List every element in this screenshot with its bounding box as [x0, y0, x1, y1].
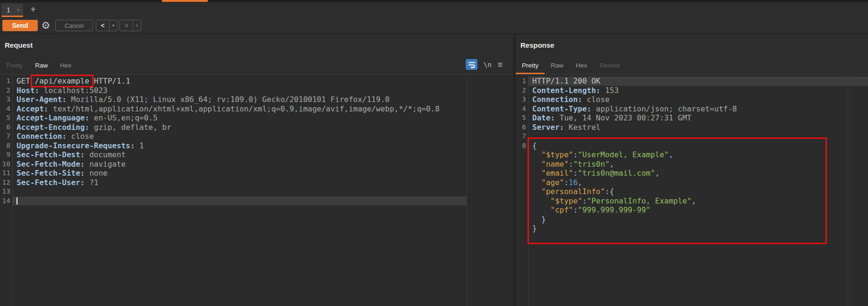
code-segment: application/json; charset=utf-8 [591, 104, 737, 113]
code-line[interactable]: "$type":"UserModel, Example", [516, 150, 868, 160]
code-line[interactable]: 1HTTP/1.1 200 OK [516, 76, 868, 86]
code-text: Connection: close [12, 132, 467, 141]
code-text: Accept: text/html,application/xhtml+xml,… [12, 104, 467, 114]
code-line[interactable]: 9Sec-Fetch-Dest: document [0, 150, 467, 160]
code-segment: "personalInfo" [541, 187, 605, 196]
code-line[interactable]: 11Sec-Fetch-Site: none [0, 169, 467, 178]
new-tab-button[interactable]: + [27, 3, 39, 16]
code-line[interactable]: "cpf":"999.999.999-99" [516, 205, 868, 215]
code-segment [532, 160, 541, 169]
code-line[interactable]: "personalInfo":{ [516, 187, 868, 196]
code-line[interactable]: 1GET /api/example HTTP/1.1 [0, 76, 467, 86]
back-dropdown-caret-icon[interactable]: ▼ [109, 20, 117, 31]
code-line[interactable]: 10Sec-Fetch-Mode: navigate [0, 160, 467, 169]
line-number: 4 [516, 104, 528, 114]
soft-wrap-toggle-icon[interactable] [466, 59, 477, 70]
code-segment: "email" [541, 169, 573, 178]
code-text: Sec-Fetch-Site: none [12, 169, 467, 178]
code-line[interactable]: 6Server: Kestrel [516, 123, 868, 132]
code-line[interactable]: 14 [0, 196, 467, 206]
response-editor[interactable]: 1HTTP/1.1 200 OK2Content-Length: 1533Con… [516, 74, 868, 306]
code-segment: en-US,en;q=0.5 [89, 113, 158, 122]
text-caret [17, 197, 17, 204]
close-tab-icon[interactable]: × [17, 7, 20, 13]
gear-icon[interactable]: ⚙ [40, 19, 52, 32]
code-line[interactable]: 4Content-Type: application/json; charset… [516, 104, 868, 114]
code-text: Accept-Language: en-US,en;q=0.5 [12, 113, 467, 123]
line-number: 5 [0, 113, 12, 123]
cancel-button[interactable]: Cancel [55, 20, 93, 31]
line-number: 2 [0, 86, 12, 95]
line-number: 14 [0, 196, 12, 206]
code-line[interactable]: 7Connection: close [0, 132, 467, 141]
code-line[interactable]: } [516, 224, 868, 233]
code-line[interactable]: 6Accept-Encoding: gzip, deflate, br [0, 123, 467, 132]
code-line[interactable]: "email":"tris0n@mail.com", [516, 169, 868, 178]
history-forward-split-button[interactable]: > ▼ [119, 20, 141, 31]
code-text: { [528, 141, 868, 151]
code-line[interactable]: } [516, 215, 868, 224]
line-number: 9 [0, 150, 12, 160]
line-number [516, 150, 528, 160]
code-line[interactable]: 4Accept: text/html,application/xhtml+xml… [0, 104, 467, 114]
code-line[interactable]: "age":16, [516, 178, 868, 187]
code-line[interactable]: 7 [516, 132, 868, 141]
line-number [516, 224, 528, 233]
burp-repeater-window: 1 × + Send ⚙ Cancel < ▼ > ▼ Request Pret… [0, 0, 868, 306]
send-button[interactable]: Send [2, 20, 38, 31]
code-line[interactable]: 3Connection: close [516, 95, 868, 104]
code-segment: "tris0n" [573, 160, 610, 169]
back-icon[interactable]: < [96, 20, 109, 31]
line-number: 12 [0, 178, 12, 187]
tab-response-raw[interactable]: Raw [545, 58, 570, 74]
code-line[interactable]: 5Date: Tue, 14 Nov 2023 00:27:31 GMT [516, 113, 868, 123]
repeater-tab-label: 1 [7, 6, 10, 14]
code-text: Server: Kestrel [528, 123, 868, 132]
tab-response-pretty[interactable]: Pretty [516, 58, 545, 74]
annotation-box-request: /api/example [32, 76, 93, 86]
tab-response-render[interactable]: Render [593, 58, 626, 74]
code-line[interactable]: 8{ [516, 141, 868, 151]
newline-toggle-icon[interactable]: \n [484, 61, 492, 68]
code-line[interactable]: 13 [0, 187, 467, 196]
code-segment: "PersonalInfo, Example" [587, 196, 692, 205]
history-back-split-button[interactable]: < ▼ [96, 20, 118, 31]
code-line[interactable]: 2Host: localhost:5023 [0, 86, 467, 95]
code-line[interactable]: "name":"tris0n", [516, 160, 868, 169]
line-number: 6 [0, 123, 12, 132]
tab-request-pretty[interactable]: Pretty [0, 58, 29, 74]
code-segment: Upgrade-Insecure-Requests: [17, 141, 135, 150]
line-number: 10 [0, 160, 12, 169]
code-segment: "cpf" [551, 205, 573, 214]
request-code: 1GET /api/example HTTP/1.12Host: localho… [0, 75, 467, 205]
line-number [516, 215, 528, 224]
code-segment: : [564, 178, 569, 187]
line-number: 2 [516, 86, 528, 95]
request-editor[interactable]: 1GET /api/example HTTP/1.12Host: localho… [0, 74, 513, 306]
request-panel-title: Request [5, 41, 33, 49]
code-text: "cpf":"999.999.999-99" [528, 205, 868, 215]
repeater-tab-1[interactable]: 1 × [1, 4, 23, 17]
code-segment [532, 178, 541, 187]
code-segment: Sec-Fetch-Site: [17, 169, 85, 178]
code-segment: { [532, 141, 537, 150]
code-segment [532, 196, 551, 205]
tab-request-raw[interactable]: Raw [29, 58, 54, 74]
code-line[interactable]: 12Sec-Fetch-User: ?1 [0, 178, 467, 187]
code-line[interactable]: 2Content-Length: 153 [516, 86, 868, 95]
line-number [516, 205, 528, 215]
tab-request-hex[interactable]: Hex [54, 58, 77, 74]
code-segment: , [655, 169, 660, 178]
code-line[interactable]: 3User-Agent: Mozilla/5.0 (X11; Linux x86… [0, 95, 467, 104]
line-number [516, 187, 528, 196]
editor-menu-icon[interactable]: ≡ [498, 62, 503, 67]
code-text: User-Agent: Mozilla/5.0 (X11; Linux x86_… [12, 95, 467, 104]
line-number: 8 [0, 141, 12, 151]
code-line[interactable]: 5Accept-Language: en-US,en;q=0.5 [0, 113, 467, 123]
tab-response-hex[interactable]: Hex [570, 58, 593, 74]
code-text [12, 196, 467, 206]
forward-icon[interactable]: > [120, 20, 133, 31]
code-line[interactable]: "$type":"PersonalInfo, Example", [516, 196, 868, 206]
forward-dropdown-caret-icon[interactable]: ▼ [133, 20, 141, 31]
code-line[interactable]: 8Upgrade-Insecure-Requests: 1 [0, 141, 467, 151]
